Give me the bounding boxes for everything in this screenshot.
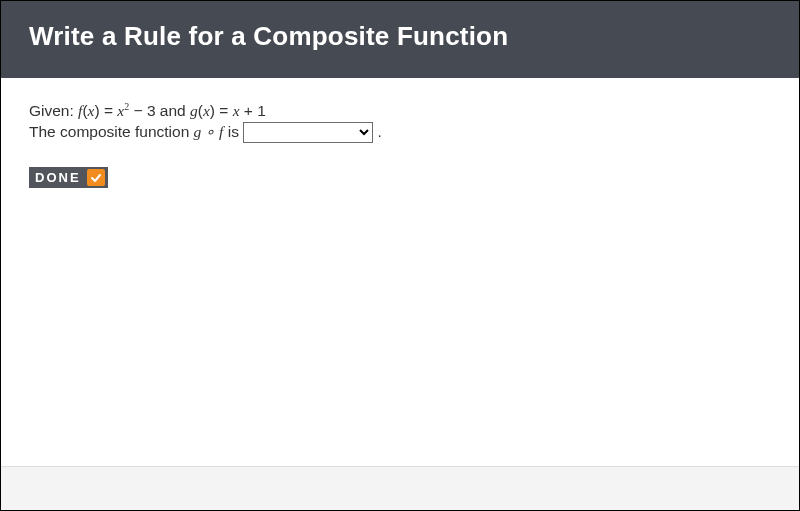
- composite-expression: g ∘ f: [194, 123, 228, 140]
- x-var-g: x: [203, 102, 210, 119]
- page-header: Write a Rule for a Composite Function: [1, 1, 799, 78]
- minus-3: − 3: [129, 102, 155, 119]
- equals: =: [100, 102, 118, 119]
- content-area: Given: f(x) = x2 − 3 and g(x) = x + 1 Th…: [1, 78, 799, 466]
- done-label: DONE: [35, 171, 81, 184]
- check-icon: [87, 169, 105, 186]
- page-footer: [1, 466, 799, 510]
- f-expression: f(x) = x2 − 3: [78, 102, 160, 119]
- sentence-period: .: [378, 123, 382, 140]
- problem-line-1: Given: f(x) = x2 − 3 and g(x) = x + 1: [29, 100, 771, 122]
- problem-line-2: The composite function g ∘ f is .: [29, 122, 771, 143]
- given-label: Given:: [29, 102, 78, 119]
- is-word: is: [228, 123, 244, 140]
- and-word: and: [160, 102, 190, 119]
- app-frame: Write a Rule for a Composite Function Gi…: [0, 0, 800, 511]
- x-g-rhs: x: [233, 102, 240, 119]
- page-title: Write a Rule for a Composite Function: [29, 21, 799, 52]
- answer-dropdown[interactable]: [243, 122, 373, 143]
- comp-circle: ∘: [201, 123, 219, 140]
- equals-g: =: [215, 102, 233, 119]
- plus-1: + 1: [240, 102, 266, 119]
- done-button[interactable]: DONE: [29, 167, 108, 188]
- composite-prefix: The composite function: [29, 123, 194, 140]
- action-row: DONE: [29, 167, 771, 188]
- g-symbol: g: [190, 102, 198, 119]
- comp-f: f: [219, 123, 223, 140]
- g-expression: g(x) = x + 1: [190, 102, 266, 119]
